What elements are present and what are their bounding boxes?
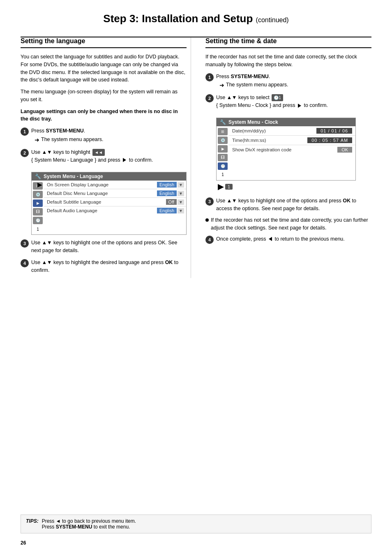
left-step-1: 1 Press SYSTEM-MENU. ➜ The system menu a… (21, 127, 187, 144)
clock-icons-panel: ⊞ 💿 ▶ 🎞 🕐 1 (217, 126, 229, 180)
left-step-1-content: Press SYSTEM-MENU. ➜ The system menu app… (31, 127, 187, 144)
clock-icon-num: 1 (218, 171, 228, 178)
clock-menu-icon: 🔧 (220, 119, 226, 125)
left-menu-note: The menu language (on-screen display) fo… (21, 88, 187, 104)
language-menu-title: 🔧 System Menu - Language (32, 172, 186, 181)
icon-disc: 💿 (33, 191, 43, 198)
clock-icon-disc: 💿 (218, 137, 228, 144)
right-step-3: 3 Use ▲▼ keys to highlight one of the op… (205, 197, 371, 213)
tips-label: TIPS: (26, 518, 39, 530)
tips-line-2: Press SYSTEM-MENU to exit the menu. (42, 524, 136, 530)
left-section-title: Setting the language (21, 37, 187, 48)
clock-rows-container: Date(mm/dd/yy) 01 / 01 / 06 Time(hh:mm:s… (229, 126, 355, 180)
menu-rows-container: ▶ On Screen Display Language English ▼ D… (44, 181, 186, 234)
left-bold-note: Language settings can only be changed wh… (21, 108, 187, 123)
clock-icon-film: 🎞 (218, 154, 228, 161)
menu-icon: 🔧 (35, 174, 41, 179)
right-step-4: 4 Once complete, press to return to the … (205, 235, 371, 244)
clock-icon-tape: ▶ (218, 145, 228, 153)
left-step-1-arrow: ➜ The system menu appears. (35, 136, 187, 144)
right-step-2: 2 Use ▲▼ keys to select 🕐1 { System Menu… (205, 94, 371, 109)
right-step-3-number: 3 (205, 197, 214, 206)
menu-main-area: ⊞ 💿 ▶ 🎞 🕐 1 ▶ On Screen Display Language (32, 181, 186, 234)
menu-row-4: Default Audio Language English ▼ (44, 206, 186, 215)
right-section-title: Setting the time & date (205, 37, 371, 48)
arrow-indicator: ▶ (37, 181, 42, 188)
step-2-number: 2 (21, 149, 29, 157)
icon-tape: ▶ (33, 199, 43, 207)
page-title: Step 3: Installation and Setup (continue… (21, 12, 371, 29)
tips-line-1: Press ◄ to go back to previous menu item… (42, 518, 136, 524)
right-step-1-content: Press SYSTEM-MENU. ➜ The system menu app… (216, 73, 371, 90)
clock-row-time: Time(hh:mm:ss) 00 : 05 : 57 AM (229, 136, 355, 145)
step-1-number: 1 (21, 127, 29, 136)
step-4-number: 4 (21, 259, 29, 267)
clock-menu-wrapper: 🔧 System Menu - Clock ⊞ 💿 ▶ 🎞 🕐 1 (216, 114, 371, 185)
bullet-icon (205, 218, 209, 222)
left-step-2-content: Use ▲▼ keys to highlight ◄◄ { System Men… (31, 148, 187, 164)
clock-menu-box: 🔧 System Menu - Clock ⊞ 💿 ▶ 🎞 🕐 1 (216, 118, 356, 181)
clock-menu-title: 🔧 System Menu - Clock (217, 118, 355, 126)
left-step-4-content: Use ▲▼ keys to highlight the desired lan… (31, 259, 187, 274)
right-column: Setting the time & date If the recorder … (203, 37, 371, 278)
right-step-1-arrow: ➜ The system menu appears. (219, 81, 371, 90)
right-step-1-number: 1 (205, 73, 214, 81)
left-step-3-content: Use ▲▼ keys to highlight one of the opti… (31, 239, 187, 255)
right-step-1: 1 Press SYSTEM-MENU. ➜ The system menu a… (205, 73, 371, 90)
left-step-3: 3 Use ▲▼ keys to highlight one of the op… (21, 239, 187, 255)
menu-row-3: Default Subtitle Language Off ▼ (44, 198, 186, 206)
clock-icon-grid: ⊞ (218, 128, 228, 135)
left-step-2: 2 Use ▲▼ keys to highlight ◄◄ { System M… (21, 148, 187, 164)
right-step-2-number: 2 (205, 94, 214, 102)
left-intro-text: You can select the language for subtitle… (21, 53, 187, 84)
icon-clock: 🕐 (33, 217, 43, 224)
right-step-4-content: Once complete, press to return to the pr… (216, 235, 371, 243)
icon-number: 1 (33, 225, 43, 233)
tips-box: TIPS: Press ◄ to go back to previous men… (21, 515, 371, 533)
page-number: 26 (21, 540, 26, 546)
icon-film: 🎞 (33, 208, 43, 216)
content-area: Setting the language You can select the … (21, 37, 371, 278)
menu-row-1: ▶ On Screen Display Language English ▼ (44, 181, 186, 189)
language-menu-box: 🔧 System Menu - Language ⊞ 💿 ▶ 🎞 🕐 1 (31, 172, 187, 235)
menu-icons-panel: ⊞ 💿 ▶ 🎞 🕐 1 (32, 181, 44, 234)
right-step-2-content: Use ▲▼ keys to select 🕐1 { System Menu -… (216, 94, 371, 109)
right-intro-text: If the recorder has not set the time and… (205, 53, 371, 69)
right-step-3-content: Use ▲▼ keys to highlight one of the opti… (216, 197, 371, 213)
clock-row-date: Date(mm/dd/yy) 01 / 01 / 06 (229, 126, 355, 136)
menu-row-2: Default Disc Menu Language English ▼ (44, 189, 186, 198)
clock-menu-main: ⊞ 💿 ▶ 🎞 🕐 1 Date(mm/dd/yy) 01 / 01 / 06 (217, 126, 355, 180)
clock-bottom-indicator: ▶ 1 (218, 182, 233, 191)
left-step-4: 4 Use ▲▼ keys to highlight the desired l… (21, 259, 187, 274)
step-3-number: 3 (21, 239, 29, 248)
clock-row-divx: Show DivX registration code OK (229, 145, 355, 154)
tips-content: Press ◄ to go back to previous menu item… (42, 518, 136, 530)
clock-icon-clock: 🕐 (218, 162, 228, 170)
right-step-4-number: 4 (205, 236, 214, 244)
left-column: Setting the language You can select the … (21, 37, 191, 278)
right-bullet-1: If the recorder has not set the time and… (205, 216, 371, 232)
